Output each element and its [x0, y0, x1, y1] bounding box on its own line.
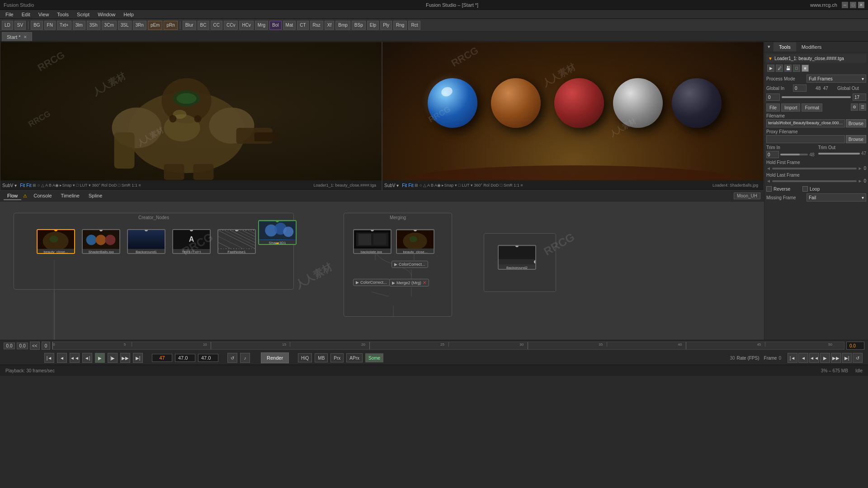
tb-pem[interactable]: pEm: [148, 21, 163, 30]
aprx-btn[interactable]: APrx: [346, 353, 363, 362]
menu-edit[interactable]: Edit: [18, 11, 34, 18]
timeline-val-left[interactable]: 0.0: [4, 343, 15, 349]
vp-right-fit2[interactable]: Fit: [408, 183, 413, 188]
tab-timeline[interactable]: Timeline: [57, 192, 83, 200]
missing-frame-dropdown[interactable]: Fail ▾: [807, 193, 866, 202]
tb-mrg[interactable]: Mrg: [255, 21, 268, 30]
mb-btn[interactable]: MB: [315, 353, 328, 362]
loader-icon5[interactable]: ■: [802, 65, 809, 72]
filename-input[interactable]: terials\Robot_Beauty\beauty_close.0000.t…: [766, 119, 845, 127]
tab-console[interactable]: Console: [30, 192, 55, 200]
tb-3lm[interactable]: 3lm: [73, 21, 85, 30]
tab-start-close[interactable]: ✕: [24, 35, 27, 39]
tb-hcv[interactable]: HCv: [239, 21, 253, 30]
tb-sv[interactable]: SV: [14, 21, 26, 30]
format-btn[interactable]: Format: [802, 103, 822, 112]
tb-bol[interactable]: Bol: [269, 21, 281, 30]
viewport-right[interactable]: RRCG 人人素材 RRCG 人人素材 SubV ▾ Fit Fit ⊞ ○ △…: [382, 42, 764, 191]
timeline-frame-input[interactable]: 0: [42, 342, 51, 350]
global-out-input[interactable]: [766, 94, 780, 101]
loader-icon2[interactable]: 🖊: [776, 65, 783, 72]
filename-browse[interactable]: Browse: [846, 119, 866, 127]
node-canvas[interactable]: Creator_Nodes beauty_close...: [0, 202, 764, 340]
node-shape3d1[interactable]: Shape3D1: [258, 220, 297, 245]
node-colorcorrect2[interactable]: ▶ColorCorrect...: [353, 279, 390, 286]
btn-end3[interactable]: ◄◄: [809, 353, 819, 363]
node-fastnoise1[interactable]: FastNoise1: [217, 229, 256, 254]
reverse-checkbox[interactable]: [766, 186, 772, 192]
btn-end2[interactable]: ◄: [798, 353, 808, 363]
btn-end1[interactable]: |◄: [788, 353, 797, 363]
panel-collapse-btn[interactable]: ▾: [764, 44, 774, 50]
btn-play-fwd[interactable]: ▶: [95, 353, 105, 363]
hiq-btn[interactable]: HiQ: [298, 353, 312, 362]
tab-flow[interactable]: Flow: [4, 192, 21, 200]
tb-ld[interactable]: LD: [2, 21, 13, 30]
tb-fn[interactable]: FN: [44, 21, 56, 30]
timeline-go-start[interactable]: <<: [30, 342, 40, 350]
btn-audio[interactable]: ♪: [240, 353, 250, 363]
trim-in-input[interactable]: [766, 151, 779, 158]
tab-tools[interactable]: Tools: [774, 42, 796, 52]
global-slider[interactable]: [782, 96, 851, 98]
process-mode-dropdown[interactable]: Full Frames ▾: [807, 75, 866, 83]
format-icon1[interactable]: ⚙: [851, 103, 858, 111]
tb-ct[interactable]: CT: [297, 21, 308, 30]
tb-rsz[interactable]: Rsz: [310, 21, 323, 30]
menu-file[interactable]: File: [2, 11, 17, 18]
node-text1[interactable]: A Text1 (Txt+): [172, 229, 211, 254]
hold-last-slider[interactable]: [772, 180, 857, 182]
tb-rct[interactable]: Rct: [408, 21, 420, 30]
tab-modifiers[interactable]: Modifiers: [796, 42, 827, 52]
tb-cc[interactable]: CC: [211, 21, 222, 30]
tb-rng[interactable]: Rng: [393, 21, 407, 30]
tb-bmp[interactable]: Bmp: [335, 21, 350, 30]
tb-txt[interactable]: Txt+: [57, 21, 71, 30]
tab-start[interactable]: Start * ✕: [2, 32, 32, 41]
node-beauty-close2[interactable]: beauty_close...: [396, 229, 434, 254]
tb-ccv[interactable]: CCv: [224, 21, 238, 30]
proxy-filename-input[interactable]: [766, 135, 845, 143]
viewport-left[interactable]: RRCG 人人素材 RRCG 人人素材 SubV ▾ Fit Fit ⊞ ○ △…: [0, 42, 382, 191]
btn-end4[interactable]: ▶: [820, 353, 830, 363]
tb-mat[interactable]: Mat: [283, 21, 296, 30]
node-merge2[interactable]: ▶Merge2 (Mrg) ✕: [389, 279, 429, 286]
vp-left-fit2[interactable]: Fit: [26, 183, 31, 188]
tb-elp[interactable]: Elp: [367, 21, 379, 30]
menu-view[interactable]: View: [35, 11, 53, 18]
btn-prev-frame[interactable]: ◄: [57, 353, 67, 363]
tb-3sl[interactable]: 3SL: [118, 21, 132, 30]
vp-right-fit1[interactable]: Fit: [402, 183, 407, 188]
timecode1[interactable]: 47: [152, 354, 172, 362]
btn-loop[interactable]: ↺: [227, 353, 237, 363]
tb-bg[interactable]: BG: [31, 21, 42, 30]
trim-out-slider[interactable]: [818, 153, 860, 155]
file-btn[interactable]: File: [766, 103, 780, 112]
node-colorcorrect1[interactable]: ▶ColorCorrect...: [392, 261, 428, 268]
loader-icon3[interactable]: 💾: [784, 65, 792, 72]
tb-3cm[interactable]: 3Cm: [102, 21, 117, 30]
hold-first-slider[interactable]: [772, 168, 857, 169]
btn-play-fwd2[interactable]: |▶: [108, 353, 118, 363]
btn-go-end[interactable]: ▶|: [133, 353, 143, 363]
btn-end7[interactable]: ↺: [853, 353, 863, 363]
tb-prn[interactable]: pRn: [164, 21, 177, 30]
prx-btn[interactable]: Prx: [330, 353, 344, 362]
node-backplate[interactable]: backplate.jpg_: [353, 229, 392, 254]
proxy-browse[interactable]: Browse: [846, 135, 866, 143]
tb-bc[interactable]: BC: [198, 21, 209, 30]
global-out-val[interactable]: [853, 94, 866, 101]
btn-play-fast[interactable]: ▶▶: [120, 353, 130, 363]
btn-play-rev2[interactable]: ◄|: [82, 353, 92, 363]
tb-ply[interactable]: Ply: [380, 21, 392, 30]
vp-left-fit1[interactable]: Fit: [20, 183, 25, 188]
timeline-val-left2[interactable]: 0.0: [17, 343, 28, 349]
tb-bsp[interactable]: BSp: [352, 21, 366, 30]
menu-tools[interactable]: Tools: [53, 11, 72, 18]
minimize-button[interactable]: ─: [842, 2, 848, 8]
global-in-input[interactable]: [793, 84, 807, 92]
loader-icon1[interactable]: ▶: [767, 65, 774, 72]
loop-checkbox[interactable]: [802, 186, 808, 192]
btn-end5[interactable]: ▶▶: [831, 353, 841, 363]
trim-in-slider[interactable]: [780, 154, 808, 155]
